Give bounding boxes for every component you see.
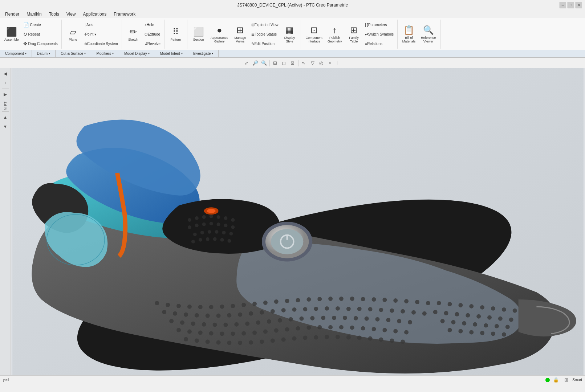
status-indicator bbox=[545, 378, 550, 382]
ruler-button[interactable]: ⊢ bbox=[335, 59, 343, 67]
svg-point-106 bbox=[375, 317, 379, 322]
relations-button[interactable]: ≡ Relations bbox=[363, 41, 395, 46]
section-tab-model-display[interactable]: Model Display ▾ bbox=[119, 50, 155, 57]
pick-button[interactable]: ◎ bbox=[317, 59, 325, 67]
toggle-status-button[interactable]: ☰ Toggle Status bbox=[250, 32, 280, 37]
menu-framework[interactable]: Framework bbox=[110, 11, 139, 17]
minimize-button[interactable]: ─ bbox=[560, 2, 566, 8]
toolbar-sep-1 bbox=[269, 60, 270, 66]
repeat-icon: ↻ bbox=[23, 32, 27, 37]
svg-point-148 bbox=[357, 336, 362, 340]
section-tab-component[interactable]: Component ▾ bbox=[0, 50, 32, 57]
svg-point-49 bbox=[296, 298, 300, 302]
hole-button[interactable]: ○ Hole bbox=[143, 23, 162, 27]
svg-point-30 bbox=[207, 209, 216, 213]
family-table-icon: ⊞ bbox=[350, 25, 357, 35]
reference-viewer-button[interactable]: 🔍 ReferenceViewer bbox=[419, 20, 438, 48]
parameters-button[interactable]: [ ] Parameters bbox=[363, 23, 395, 27]
create-button[interactable]: 📄Create bbox=[22, 22, 59, 28]
menu-applications[interactable]: Applications bbox=[80, 11, 110, 17]
maximize-button[interactable]: □ bbox=[568, 2, 574, 8]
toggle-icon: ☰ bbox=[251, 32, 255, 36]
sidebar-label-m: M bbox=[4, 107, 7, 110]
point-button[interactable]: · Point ▾ bbox=[83, 32, 119, 37]
svg-point-47 bbox=[274, 299, 279, 304]
svg-point-111 bbox=[187, 330, 192, 334]
sidebar-scroll-down[interactable]: ▼ bbox=[1, 123, 9, 131]
normal-view-button[interactable]: ⊠ bbox=[289, 59, 297, 67]
section-tab-datum[interactable]: Datum ▾ bbox=[32, 50, 56, 57]
switch-symbols-button[interactable]: ⇄ Switch Symbols bbox=[363, 32, 395, 37]
bom-icon: 📋 bbox=[403, 25, 414, 35]
assemble-button[interactable]: ⬛ Assemble bbox=[2, 20, 21, 48]
svg-point-119 bbox=[274, 328, 279, 333]
svg-point-63 bbox=[173, 311, 177, 316]
zoom-fit-button[interactable]: ⤢ bbox=[243, 59, 251, 67]
menu-render[interactable]: Render bbox=[1, 11, 23, 17]
svg-point-72 bbox=[271, 309, 275, 314]
filter-button[interactable]: ▽ bbox=[309, 59, 317, 67]
svg-point-66 bbox=[206, 314, 210, 318]
revolve-icon: ↺ bbox=[145, 42, 147, 46]
pattern-button[interactable]: ⠿ Pattern bbox=[167, 20, 185, 48]
axis-button[interactable]: │ Axis bbox=[83, 23, 119, 27]
svg-point-96 bbox=[267, 319, 271, 324]
extrude-button[interactable]: ⬡ Extrude bbox=[143, 32, 162, 37]
status-lock-button[interactable]: 🔒 bbox=[552, 376, 560, 384]
svg-point-125 bbox=[339, 325, 344, 330]
sidebar-scroll-up[interactable]: ▲ bbox=[1, 113, 9, 121]
revolve-button[interactable]: ↺ Revolve bbox=[143, 41, 162, 46]
section-tab-investigate[interactable]: Investigate ▾ bbox=[188, 50, 219, 57]
family-table-button[interactable]: ⊞ FamilyTable bbox=[345, 20, 363, 48]
svg-point-141 bbox=[281, 337, 286, 342]
sidebar-nav-button[interactable]: ▶ bbox=[1, 90, 9, 98]
repeat-button[interactable]: ↻Repeat bbox=[22, 31, 59, 37]
display-style-button[interactable]: ▦ DisplayStyle bbox=[280, 20, 298, 48]
hole-icon: ○ bbox=[145, 23, 147, 27]
coord-icon: ⊕ bbox=[84, 42, 87, 46]
section-tab-modifiers[interactable]: Modifiers ▾ bbox=[91, 50, 119, 57]
svg-point-75 bbox=[303, 307, 307, 311]
svg-point-17 bbox=[193, 233, 197, 236]
sidebar-expand-button[interactable]: ◀ bbox=[1, 70, 9, 78]
left-sidebar: ◀ + ▶ RT M ▲ ▼ bbox=[0, 68, 11, 375]
component-interface-button[interactable]: ⊡ ComponentInterface bbox=[303, 20, 325, 48]
svg-point-161 bbox=[433, 310, 438, 314]
zoom-out-button[interactable]: 🔍 bbox=[260, 59, 268, 67]
svg-point-101 bbox=[321, 316, 325, 320]
zoom-in-button[interactable]: 🔎 bbox=[251, 59, 259, 67]
menu-view[interactable]: View bbox=[63, 11, 80, 17]
plane-icon: ▱ bbox=[70, 27, 76, 37]
svg-point-76 bbox=[314, 307, 318, 311]
plane-button[interactable]: ▱ Plane bbox=[64, 20, 82, 48]
close-button[interactable]: ✕ bbox=[576, 2, 582, 8]
viewport[interactable] bbox=[11, 68, 585, 375]
sketch-button[interactable]: ✏ Sketch bbox=[124, 20, 142, 48]
view-orient-button[interactable]: ◻ bbox=[280, 59, 288, 67]
title-controls: ─ □ ✕ bbox=[560, 2, 582, 8]
section-tab-model-intent[interactable]: Model Intent ▾ bbox=[155, 50, 188, 57]
svg-point-171 bbox=[462, 321, 466, 326]
smart-button[interactable]: ⌖ bbox=[326, 59, 334, 67]
select-button[interactable]: ↖ bbox=[300, 59, 308, 67]
section-tabs: Component ▾ Datum ▾ Cut & Surface ▾ Modi… bbox=[0, 50, 585, 57]
menu-manikin[interactable]: Manikin bbox=[23, 11, 45, 17]
section-tab-cut-surface[interactable]: Cut & Surface ▾ bbox=[56, 50, 91, 57]
coord-sys-button[interactable]: ⊕ Coordinate System bbox=[83, 41, 119, 46]
publish-geometry-button[interactable]: ↑ PublishGeometry bbox=[325, 20, 344, 48]
status-grid-button[interactable]: ⊞ bbox=[562, 376, 570, 384]
section-button[interactable]: ⬜ Section bbox=[190, 20, 208, 48]
manage-views-button[interactable]: ⊞ ManageViews bbox=[231, 20, 249, 48]
sidebar-add-button[interactable]: + bbox=[1, 79, 9, 87]
exploded-view-button[interactable]: ⊞ Exploded View bbox=[250, 23, 280, 27]
edit-position-button[interactable]: ✎ Edit Position bbox=[250, 41, 280, 46]
ribbon-group-model-display: ⬜ Section ● AppearanceGallery ⊞ ManageVi… bbox=[187, 20, 301, 49]
menu-tools[interactable]: Tools bbox=[45, 11, 63, 17]
svg-point-73 bbox=[281, 308, 286, 313]
bill-of-materials-button[interactable]: 📋 Bill ofMaterials bbox=[400, 20, 418, 48]
refit-button[interactable]: ⊞ bbox=[271, 59, 279, 67]
drag-components-button[interactable]: ✥Drag Components bbox=[22, 41, 59, 47]
appearance-gallery-button[interactable]: ● AppearanceGallery bbox=[208, 20, 231, 48]
svg-point-51 bbox=[317, 297, 322, 301]
status-left: yed bbox=[3, 378, 9, 382]
